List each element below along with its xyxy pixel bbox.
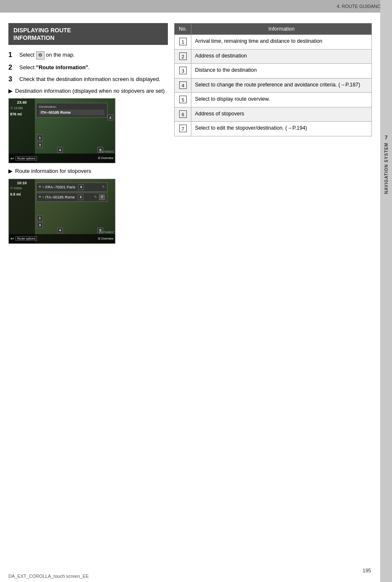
nav-screen-1: 23:40 ⏱ 13:29h 876 mi Destination: ITA−0…	[9, 99, 115, 163]
dest-list-text-1: FRA−75001 Paris	[45, 185, 75, 189]
screenshot-1: 23:40 ⏱ 13:29h 876 mi Destination: ITA−0…	[8, 98, 115, 163]
nav-travel-time-1: 13:29h	[14, 107, 23, 110]
table-cell-info: Address of destination	[191, 49, 372, 64]
nav-info-row-1: ⏱ 13:29h	[10, 107, 34, 110]
nav-back-btn-1[interactable]: ↩	[10, 156, 14, 161]
badge-1-screen2: 1	[37, 215, 43, 221]
table-cell-no: 6	[175, 107, 191, 122]
main-content: DISPLAYING ROUTE INFORMATION 1 Select ⚙ …	[0, 13, 380, 254]
chapter-title: 4. ROUTE GUIDANCE	[337, 4, 384, 9]
bullet-text-2: Route information for stopovers	[15, 167, 91, 175]
nav-bottom-2: ↩ Route options ☰ Overview	[9, 234, 115, 243]
step-2-text: Select "Route information".	[19, 64, 90, 71]
dest-value-1: ITA−00185 Rome	[39, 110, 105, 115]
step-1-text: Select ⚙ on the map.	[19, 51, 75, 59]
table-row: 1Arrival time, remaining time and distan…	[175, 35, 372, 50]
step-1: 1 Select ⚙ on the map.	[8, 51, 168, 59]
table-cell-no: 7	[175, 122, 191, 136]
footer-text: DA_EXT_COROLLA_touch screen_EE	[8, 574, 89, 579]
badge-2-screen2: 2	[78, 194, 84, 200]
step-2: 2 Select "Route information".	[8, 64, 168, 71]
img-code-2: EN7048DC	[99, 231, 114, 234]
gear-icon[interactable]: ⚙	[36, 51, 44, 59]
nav-distance-2: 0.5 mi	[10, 192, 34, 196]
table-row: 4Select to change the route preference a…	[175, 78, 372, 93]
badge-6-screen2: 6	[78, 184, 84, 190]
table-cell-info: Distance to the destination	[191, 64, 372, 78]
step-1-number: 1	[8, 51, 16, 59]
nav-route-btn-1[interactable]: Route options	[16, 156, 37, 161]
step-2-number: 2	[8, 64, 16, 71]
col-header-info: Information	[191, 23, 372, 35]
row-number-badge: 4	[179, 81, 187, 89]
step-2-bold: "Route information"	[36, 64, 88, 70]
step-3-number: 3	[8, 76, 16, 83]
table-cell-no: 3	[175, 64, 191, 78]
col-header-no: No.	[175, 23, 191, 35]
info-table: No. Information 1Arrival time, remaining…	[174, 23, 372, 136]
dest-label-1: Destination:	[39, 105, 105, 109]
row-number-badge: 5	[179, 96, 187, 103]
page-number: 195	[363, 568, 371, 574]
dest-route-icon-2: ≡	[42, 196, 44, 198]
row-number-badge: 2	[179, 52, 187, 60]
section-header: DISPLAYING ROUTE INFORMATION	[8, 23, 168, 45]
step-3-text: Check that the destination information s…	[19, 76, 160, 83]
badge-1-screen1: 1	[37, 135, 43, 141]
edit-icon-2: ✎	[94, 195, 97, 199]
left-column: DISPLAYING ROUTE INFORMATION 1 Select ⚙ …	[8, 23, 168, 248]
bullet-item-1: ▶ Destination information (displayed whe…	[8, 87, 168, 95]
nav-back-btn-2[interactable]: ↩	[10, 236, 14, 241]
table-cell-info: Select to display route overview.	[191, 93, 372, 107]
clock-icon-2: ⏱	[10, 187, 13, 190]
dest-box-1: Destination: ITA−00185 Rome	[36, 103, 107, 117]
nav-route-btn-2[interactable]: Route options	[16, 236, 37, 241]
bullet-arrow-2: ▶	[8, 168, 13, 174]
right-sidebar: 7 NAVIGATION SYSTEM	[380, 0, 392, 582]
screenshot-2: 10:10 ⏱ 0:02m 0.5 mi ⚑ ≡ FRA−75001 Paris	[8, 179, 115, 244]
nav-travel-time-2: 0:02m	[14, 187, 22, 190]
table-cell-no: 5	[175, 93, 191, 107]
table-cell-no: 1	[175, 35, 191, 50]
bullet-item-2: ▶ Route information for stopovers	[8, 167, 168, 175]
bullet-arrow-1: ▶	[8, 88, 13, 94]
edit-icon-1: ✎	[102, 185, 105, 189]
nav-overview-btn-1[interactable]: ☰ Overview	[98, 157, 113, 160]
img-code-1: EN7060DC	[99, 150, 114, 153]
table-cell-no: 2	[175, 49, 191, 64]
two-column-layout: DISPLAYING ROUTE INFORMATION 1 Select ⚙ …	[8, 23, 372, 248]
nav-info-row-2: ⏱ 0:02m	[10, 187, 34, 190]
row-number-badge: 7	[179, 125, 187, 132]
badge-2-screen1: 2	[107, 115, 113, 120]
table-cell-info: Select to edit the stopover/destination.…	[191, 122, 372, 136]
table-row: 5Select to display route overview.	[175, 93, 372, 107]
nav-time-1: 23:40	[10, 100, 34, 105]
table-cell-info: Select to change the route preference an…	[191, 78, 372, 93]
table-row: 7Select to edit the stopover/destination…	[175, 122, 372, 136]
sidebar-label: NAVIGATION SYSTEM	[384, 143, 389, 194]
bullet-text-1: Destination information (displayed when …	[15, 87, 165, 95]
section-title-line1: DISPLAYING ROUTE	[13, 27, 71, 34]
row-number-badge: 1	[179, 38, 187, 45]
nav-distance-1: 876 mi	[10, 112, 34, 116]
dest-list-item-1: ⚑ ≡ FRA−75001 Paris 6 ✎	[36, 183, 107, 192]
table-row: 2Address of destination	[175, 49, 372, 64]
row-number-badge: 6	[179, 110, 187, 118]
flag-icon-1: ⚑	[39, 185, 41, 189]
clock-icon-1: ⏱	[10, 107, 13, 110]
table-row: 3Distance to the destination	[175, 64, 372, 78]
dest-list: ⚑ ≡ FRA−75001 Paris 6 ✎ ⚑ ≡ ITA−00185 Ro…	[36, 183, 107, 202]
step-3: 3 Check that the destination information…	[8, 76, 168, 83]
badge-3-screen2: 3	[37, 222, 43, 228]
badge-3-screen1: 3	[37, 142, 43, 148]
nav-overview-btn-2[interactable]: ☰ Overview	[98, 237, 113, 240]
section-title-line2: INFORMATION	[13, 34, 55, 41]
badge-4-screen1: 4	[57, 147, 63, 153]
table-cell-info: Arrival time, remaining time and distanc…	[191, 35, 372, 50]
badge-7-screen2: 7	[99, 194, 105, 200]
nav-time-2: 10:10	[10, 181, 34, 185]
flag-icon-2: ⚑	[39, 196, 41, 199]
sidebar-number: 7	[384, 134, 387, 141]
table-row: 6Address of stopovers	[175, 107, 372, 122]
nav-bottom-1: ↩ Route options ☰ Overview	[9, 154, 115, 163]
